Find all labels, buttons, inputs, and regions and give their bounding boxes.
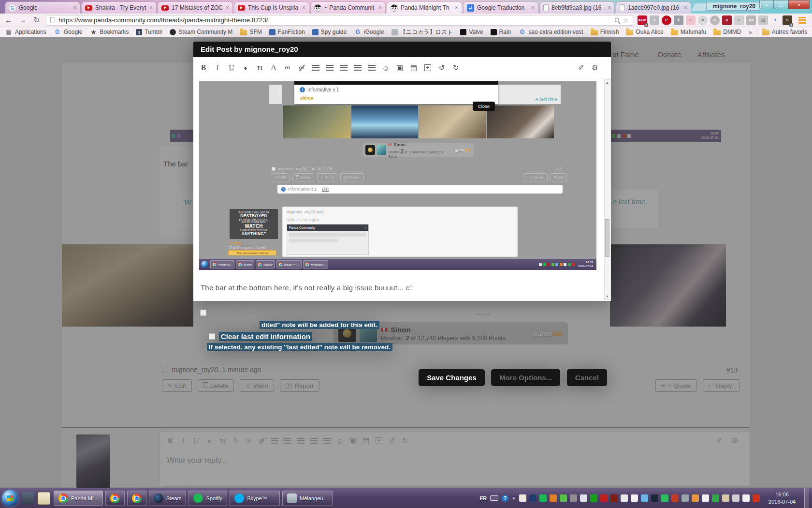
touch-icon[interactable] bbox=[722, 494, 729, 502]
clear-last-edit-label[interactable]: Clear last edit information bbox=[219, 332, 312, 341]
antivirus-check-icon[interactable] bbox=[560, 494, 567, 502]
media-icon[interactable]: ▤ bbox=[410, 63, 418, 73]
zoom-icon[interactable] bbox=[615, 18, 619, 22]
signal-icon[interactable] bbox=[732, 494, 740, 502]
wrench-icon[interactable]: ⚙ bbox=[591, 63, 599, 73]
user-orange-icon[interactable] bbox=[692, 494, 699, 502]
keyboard-icon[interactable] bbox=[490, 495, 498, 501]
steam-helper-icon[interactable]: S 1 bbox=[783, 15, 792, 25]
bookmark-spy-guide[interactable]: Spy guide bbox=[312, 29, 347, 35]
tab-17-mistakes[interactable]: 17 Mistakes of ZOC × bbox=[158, 1, 233, 14]
taskbar-app-spotify[interactable]: Spotify bbox=[188, 491, 227, 506]
bullet-list-icon[interactable] bbox=[326, 63, 334, 73]
numbered-list-icon[interactable] bbox=[340, 63, 348, 73]
editor-area[interactable]: e last time, iInformative x 1 Shiroe Clo… bbox=[193, 78, 611, 301]
wand-icon[interactable]: ✦ bbox=[674, 15, 683, 25]
quick-launch-shield-icon[interactable] bbox=[22, 492, 34, 505]
tab-close-icon[interactable]: × bbox=[302, 5, 305, 11]
bookmark-folder-dmmd[interactable]: DMMD bbox=[713, 29, 741, 35]
cc-icon[interactable]: c bbox=[734, 15, 744, 25]
bold-icon[interactable]: B bbox=[200, 63, 207, 73]
bookmark-rain[interactable]: Rain bbox=[491, 29, 511, 35]
tab-close-icon[interactable]: × bbox=[378, 5, 382, 11]
profile-button[interactable]: mignone_roy20 bbox=[706, 2, 762, 11]
bookmark-bookmarks[interactable]: ★ Bookmarks bbox=[89, 29, 129, 35]
taskbar-app-steam[interactable]: Steam bbox=[149, 491, 187, 506]
scroll-down-icon[interactable]: ▼ bbox=[605, 294, 610, 299]
other-bookmarks-folder[interactable]: Autres favoris bbox=[762, 29, 807, 35]
flag-error-icon[interactable] bbox=[702, 494, 709, 502]
evernote-icon[interactable] bbox=[661, 494, 668, 502]
align-icon[interactable] bbox=[312, 63, 319, 73]
alert-flag-icon[interactable] bbox=[753, 494, 760, 502]
skype-ext-icon[interactable]: S bbox=[710, 15, 720, 25]
insert-icon[interactable]: + bbox=[424, 63, 432, 73]
taskbar-app-chrome-2[interactable] bbox=[105, 491, 125, 506]
upload-arrow-icon[interactable] bbox=[550, 494, 557, 502]
back-button[interactable]: ← bbox=[4, 16, 14, 25]
edit-silently-checkbox[interactable] bbox=[200, 310, 206, 316]
pen-tablet-icon[interactable] bbox=[519, 494, 526, 502]
scroll-up-icon[interactable]: ▲ bbox=[605, 80, 610, 86]
underline-icon[interactable]: U bbox=[228, 63, 235, 73]
indent-icon[interactable] bbox=[368, 63, 376, 73]
bookmark-igoogle[interactable]: G iGoogle bbox=[354, 29, 384, 35]
link-icon[interactable]: ∞ bbox=[284, 63, 291, 73]
tv-icon[interactable]: ◫ bbox=[758, 15, 768, 25]
tab-panda-midnight[interactable]: Panda Midnight Th × bbox=[387, 1, 462, 14]
bookmark-google[interactable]: G Google bbox=[54, 29, 83, 35]
bookmark-folder-finnish[interactable]: Finnish bbox=[591, 29, 619, 35]
tray-expand-icon[interactable]: ▲ bbox=[512, 496, 516, 500]
start-button[interactable] bbox=[2, 490, 18, 507]
codec-icon[interactable] bbox=[631, 494, 638, 502]
forward-button[interactable]: → bbox=[18, 16, 28, 25]
redo-icon[interactable]: ↻ bbox=[452, 63, 460, 73]
tab-google-traduction[interactable]: ⇄ Google Traduction × bbox=[463, 1, 538, 14]
avg-icon[interactable] bbox=[590, 494, 597, 502]
paint-icon[interactable] bbox=[610, 494, 618, 502]
outdent-icon[interactable] bbox=[354, 63, 362, 73]
editor-scrollbar[interactable]: ▲ ▼ bbox=[604, 79, 610, 300]
text-color-icon[interactable]: ♦ bbox=[242, 63, 249, 73]
bookmark-folder-mafumafu[interactable]: Mafumafu bbox=[671, 29, 706, 35]
eraser-icon[interactable]: ✐ bbox=[577, 63, 585, 73]
bookmark-fanfiction[interactable]: FanFiction bbox=[269, 29, 305, 35]
tab-shakira[interactable]: Shakira - Try Everyt × bbox=[81, 1, 157, 14]
tab-close-icon[interactable]: × bbox=[455, 5, 458, 11]
steam-tray-icon[interactable] bbox=[651, 494, 658, 502]
scrollbar-thumb[interactable] bbox=[605, 219, 609, 257]
shield-ok-icon[interactable] bbox=[712, 494, 719, 502]
taskbar-app-skype[interactable]: Skype™ - ... bbox=[230, 491, 280, 506]
bookmark-star-icon[interactable]: ☆ bbox=[623, 16, 629, 24]
media-clapper-icon[interactable] bbox=[570, 494, 577, 502]
edit-silently-label[interactable]: Edit silently bbox=[210, 309, 247, 317]
tab-close-icon[interactable]: × bbox=[608, 5, 611, 11]
image-icon[interactable]: ▣ bbox=[396, 63, 404, 73]
clear-last-edit-checkbox[interactable] bbox=[209, 333, 215, 340]
nx-icon[interactable]: Nx bbox=[746, 15, 756, 25]
italic-icon[interactable]: I bbox=[214, 63, 221, 73]
taskbar-app-mixer[interactable]: Mélangeu... bbox=[282, 491, 332, 506]
help-icon[interactable]: ? bbox=[502, 495, 508, 502]
address-bar[interactable]: https://www.panda-community.com/threads/… bbox=[46, 15, 633, 26]
calendar-icon[interactable] bbox=[580, 494, 587, 502]
bookmark-folder-ouka-alice[interactable]: Ouka Alice bbox=[626, 29, 663, 35]
window-minimize-button[interactable]: – bbox=[759, 0, 774, 9]
unlink-icon[interactable]: ∞ bbox=[298, 63, 305, 73]
taskbar-app-panda-chrome[interactable]: Panda Mi... bbox=[54, 491, 103, 506]
more-options-button[interactable]: More Options... bbox=[491, 369, 560, 386]
tab-panda-community[interactable]: ~ Panda Communit × bbox=[310, 1, 386, 14]
spotify-tray-icon[interactable] bbox=[539, 494, 547, 502]
bookmark-sfm[interactable]: SFM bbox=[240, 29, 261, 35]
adblock-plus-icon[interactable]: ABP 3 bbox=[638, 15, 647, 25]
tab-this-cup[interactable]: This Cup Is Unsplla × bbox=[234, 1, 309, 14]
window-close-button[interactable]: × bbox=[788, 0, 810, 9]
tab-close-icon[interactable]: × bbox=[149, 5, 153, 11]
bookmark-sao[interactable]: G sao extra edition vost bbox=[518, 29, 583, 35]
download-arrow-icon[interactable]: ▼ bbox=[770, 15, 780, 25]
smiley-icon[interactable]: ☺ bbox=[382, 63, 390, 73]
reddit-icon[interactable]: ☻ bbox=[698, 15, 708, 25]
save-changes-button[interactable]: Save Changes bbox=[419, 369, 485, 386]
tumblr-ext-icon[interactable]: T bbox=[650, 15, 659, 25]
tab-close-icon[interactable]: × bbox=[226, 5, 229, 11]
